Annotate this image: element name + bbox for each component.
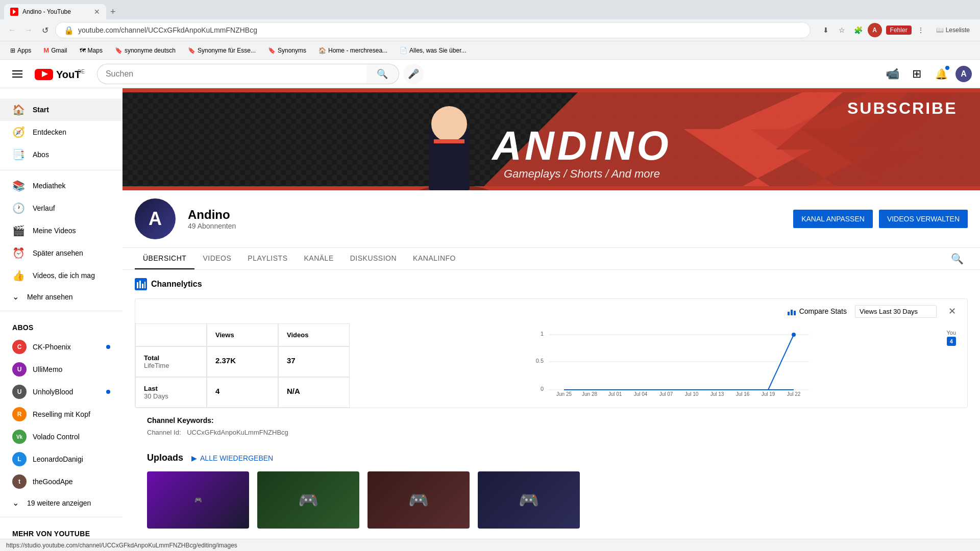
- bookmark-maps[interactable]: 🗺 Maps: [76, 46, 107, 55]
- show-more-subs-button[interactable]: ⌄ 19 weitere anzeigen: [0, 493, 122, 513]
- tab-diskussion[interactable]: DISKUSSION: [342, 248, 405, 269]
- active-tab[interactable]: Andino - YouTube ✕: [4, 4, 106, 19]
- profile-button[interactable]: A: [868, 23, 882, 37]
- video-thumb-4[interactable]: 🎮: [478, 471, 580, 529]
- close-widget-button[interactable]: ✕: [945, 304, 959, 318]
- sidebar-item-start[interactable]: 🏠 Start: [0, 98, 122, 121]
- sidebar-channel-ck-phoenix[interactable]: C CK-Phoenix: [0, 336, 122, 358]
- video-thumb-2[interactable]: 🎮: [257, 471, 359, 529]
- svg-text:1: 1: [541, 331, 544, 337]
- sidebar-item-mediathek[interactable]: 📚 Mediathek: [0, 174, 122, 197]
- bookmark-synonyme[interactable]: 🔖 synonyme deutsch: [111, 46, 180, 55]
- videos-verwalten-button[interactable]: VIDEOS VERWALTEN: [879, 210, 968, 228]
- thumb-image-3: 🎮: [368, 471, 470, 529]
- gmail-icon: M: [43, 46, 49, 54]
- download-button[interactable]: ⬇: [819, 23, 833, 37]
- sidebar-channel-unholy[interactable]: U UnholyBlood: [0, 381, 122, 403]
- sidebar-item-meine-videos[interactable]: 🎬 Meine Videos: [0, 219, 122, 242]
- library-icon: 📚: [12, 180, 24, 192]
- play-all-button[interactable]: ▶ ALLE WIEDERGEBEN: [191, 454, 273, 462]
- extensions-button[interactable]: 🧩: [851, 23, 866, 37]
- youtube-logo[interactable]: YouTube DE: [35, 67, 85, 81]
- forward-button[interactable]: →: [22, 24, 35, 36]
- bookmark-apps[interactable]: ⊞ Apps: [6, 46, 35, 55]
- more-options-button[interactable]: ⋮: [914, 23, 928, 37]
- channel-avatar-goodape: t: [12, 474, 27, 489]
- channel-id-row: Channel Id: UCCxGFkdAnpoKuLmmFNZHBcg: [147, 429, 955, 436]
- channel-tabs: ÜBERSICHT VIDEOS PLAYLISTS KANÄLE DISKUS…: [122, 248, 980, 270]
- stats-chart: You 4 1 0.5 0: [380, 323, 967, 408]
- kanal-anpassen-button[interactable]: KANAL ANPASSEN: [793, 210, 873, 228]
- tab-playlists[interactable]: PLAYLISTS: [239, 248, 296, 269]
- days-label: 30 Days: [144, 392, 198, 400]
- search-input[interactable]: [97, 64, 366, 84]
- tab-ubersicht[interactable]: ÜBERSICHT: [135, 248, 194, 269]
- yt-logo-de: DE: [78, 69, 85, 74]
- sidebar-channel-volado[interactable]: Vk Volado Control: [0, 425, 122, 448]
- channel-meta: Andino 49 Abonnenten: [188, 208, 781, 230]
- hamburger-line: [12, 73, 22, 74]
- last30-cell: Last 30 Days: [135, 377, 207, 408]
- compare-stats-control: Compare Stats: [787, 307, 847, 316]
- tab-videos[interactable]: VIDEOS: [194, 248, 239, 269]
- voice-search-button[interactable]: 🎤: [403, 64, 424, 84]
- chevron-down-icon: ⌄: [12, 292, 19, 302]
- maps-icon: 🗺: [80, 47, 86, 54]
- svg-rect-22: [139, 281, 141, 288]
- tab-title: Andino - YouTube: [22, 8, 90, 15]
- tab-kanalinfo[interactable]: KANALINFO: [405, 248, 464, 269]
- synonyms-icon: 🔖: [268, 47, 276, 54]
- svg-rect-21: [137, 282, 138, 288]
- my-videos-icon: 🎬: [12, 224, 24, 237]
- liked-icon: 👍: [12, 269, 24, 282]
- sidebar-item-verlauf[interactable]: 🕐 Verlauf: [0, 197, 122, 219]
- apps-grid-icon: ⊞: [10, 47, 15, 54]
- sidebar-channel-goodape[interactable]: t theGoodApe: [0, 470, 122, 493]
- thumb-image-2: 🎮: [257, 471, 359, 529]
- back-button[interactable]: ←: [6, 24, 18, 36]
- refresh-button[interactable]: ↺: [39, 24, 51, 36]
- create-video-button[interactable]: 📹: [882, 64, 902, 84]
- mehr-ansehen-button[interactable]: ⌄ Mehr ansehen: [0, 287, 122, 307]
- channelytics-title: Channelytics: [151, 280, 202, 289]
- total-views-value: 2.37K: [215, 356, 270, 365]
- channel-subscribers: 49 Abonnenten: [188, 222, 781, 230]
- video-thumb-1[interactable]: 🎮: [147, 471, 249, 529]
- stats-last30-row: Last 30 Days 4 N/A: [135, 377, 380, 408]
- notifications-button[interactable]: 🔔: [931, 64, 951, 84]
- svg-rect-11: [122, 88, 980, 92]
- channelytics-section: Channelytics Compare Stats Views Last 30…: [122, 270, 980, 545]
- youtube-apps-button[interactable]: ⊞: [906, 64, 927, 84]
- bookmark-home[interactable]: 🏠 Home - merchresea...: [314, 46, 391, 55]
- channel-avatar-ulli: U: [12, 362, 27, 377]
- menu-button[interactable]: [8, 66, 27, 82]
- sidebar-item-liked[interactable]: 👍 Videos, die ich mag: [0, 264, 122, 287]
- sidebar-channel-ullimemo[interactable]: U UlliMemo: [0, 358, 122, 381]
- stats-empty-cell: [135, 323, 207, 346]
- search-button[interactable]: 🔍: [366, 64, 399, 84]
- bookmark-gmail[interactable]: M Gmail: [39, 45, 71, 55]
- leseliste-button[interactable]: 📖 Leseliste: [932, 24, 974, 36]
- sidebar-channel-leonardo[interactable]: L LeonardoDanigi: [0, 448, 122, 470]
- new-tab-button[interactable]: +: [106, 5, 120, 19]
- sidebar-item-entdecken[interactable]: 🧭 Entdecken: [0, 121, 122, 143]
- channel-avatar-volado: Vk: [12, 430, 27, 444]
- bookmark-star-button[interactable]: ☆: [835, 23, 849, 37]
- bookmark-synonyme2[interactable]: 🔖 Synonyme für Esse...: [184, 46, 260, 55]
- bookmark-synonyms[interactable]: 🔖 Synonyms: [264, 46, 310, 55]
- video-thumb-3[interactable]: 🎮: [368, 471, 470, 529]
- sidebar-item-spaeter[interactable]: ⏰ Später ansehen: [0, 242, 122, 264]
- bookmark-alles[interactable]: 📄 Alles, was Sie über...: [396, 46, 470, 55]
- url-bar[interactable]: 🔒 youtube.com/channel/UCCxGFkdAnpoKuLmmF…: [55, 22, 811, 38]
- sidebar-channel-reselling[interactable]: R Reselling mit Kopf: [0, 403, 122, 425]
- user-avatar[interactable]: A: [955, 66, 972, 82]
- tab-kanale[interactable]: KANÄLE: [296, 248, 341, 269]
- channel-id-value: UCCxGFkdAnpoKuLmmFNZHBcg: [187, 429, 288, 436]
- views-dropdown[interactable]: Views Last 30 Days Views Last 7 Days Vie…: [855, 305, 937, 318]
- tab-search-button[interactable]: 🔍: [947, 248, 968, 269]
- sidebar-item-abos[interactable]: 📑 Abos: [0, 143, 122, 166]
- header-actions: 📹 ⊞ 🔔 A: [882, 64, 972, 84]
- tab-close-button[interactable]: ✕: [94, 8, 100, 16]
- uploads-section: Uploads ▶ ALLE WIEDERGEBEN 🎮: [135, 444, 968, 537]
- fehler-button[interactable]: Fehler: [886, 26, 912, 35]
